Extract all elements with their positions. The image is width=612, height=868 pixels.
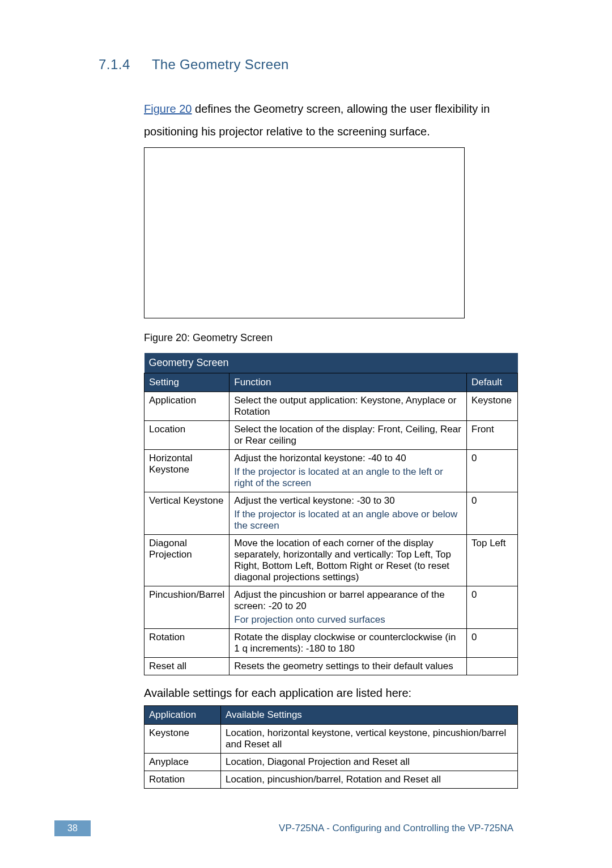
table-row: Anyplace Location, Diagonal Projection a…	[144, 754, 518, 771]
cell-default: 0	[467, 586, 518, 629]
table-header-setting: Setting	[144, 373, 230, 392]
cell-function: Adjust the vertical keystone: -30 to 30I…	[230, 492, 467, 535]
cell-function: Select the location of the display: Fron…	[230, 421, 467, 450]
geometry-settings-table: Geometry Screen Setting Function Default…	[144, 353, 518, 675]
available-intro: Available settings for each application …	[144, 687, 513, 700]
cell-function: Resets the geometry settings to their de…	[230, 658, 467, 675]
cell-setting: Horizontal Keystone	[144, 450, 230, 492]
page-footer: 38 VP-725NA - Configuring and Controllin…	[0, 820, 612, 836]
footer-title: VP-725NA - Configuring and Controlling t…	[279, 823, 513, 834]
table-header-application: Application	[144, 706, 221, 725]
cell-setting: Vertical Keystone	[144, 492, 230, 535]
heading-title: The Geometry Screen	[152, 57, 289, 73]
cell-available: Location, pincushion/barrel, Rotation an…	[221, 771, 518, 789]
cell-default: 0	[467, 629, 518, 658]
intro-paragraph: Figure 20 defines the Geometry screen, a…	[144, 97, 513, 143]
cell-setting: Location	[144, 421, 230, 450]
cell-default: 0	[467, 492, 518, 535]
table-header-default: Default	[467, 373, 518, 392]
page: 7.1.4 The Geometry Screen Figure 20 defi…	[0, 0, 612, 868]
table-row: Horizontal Keystone Adjust the horizonta…	[144, 450, 518, 492]
application-settings-table: Application Available Settings Keystone …	[144, 705, 518, 789]
cell-function: Adjust the horizontal keystone: -40 to 4…	[230, 450, 467, 492]
cell-available: Location, horizontal keystone, vertical …	[221, 725, 518, 754]
cell-app: Anyplace	[144, 754, 221, 771]
cell-default: Keystone	[467, 392, 518, 421]
cell-setting: Application	[144, 392, 230, 421]
table-row: Application Select the output applicatio…	[144, 392, 518, 421]
cell-default: 0	[467, 450, 518, 492]
cell-setting: Rotation	[144, 629, 230, 658]
cell-default: Front	[467, 421, 518, 450]
intro-text: defines the Geometry screen, allowing th…	[144, 103, 490, 138]
section-heading: 7.1.4 The Geometry Screen	[99, 57, 513, 73]
cell-note: For projection onto curved surfaces	[234, 614, 462, 626]
cell-note: If the projector is located at an angle …	[234, 509, 462, 531]
table-row: Rotation Location, pincushion/barrel, Ro…	[144, 771, 518, 789]
figure-link[interactable]: Figure 20	[144, 103, 192, 115]
cell-available: Location, Diagonal Projection and Reset …	[221, 754, 518, 771]
cell-function: Adjust the pincushion or barrel appearan…	[230, 586, 467, 629]
table-row: Vertical Keystone Adjust the vertical ke…	[144, 492, 518, 535]
table-row: Pincushion/Barrel Adjust the pincushion …	[144, 586, 518, 629]
table-row: Rotation Rotate the display clockwise or…	[144, 629, 518, 658]
cell-note: If the projector is located at an angle …	[234, 466, 462, 489]
cell-app: Keystone	[144, 725, 221, 754]
page-number: 38	[54, 820, 91, 836]
cell-setting: Diagonal Projection	[144, 535, 230, 586]
figure-placeholder	[144, 147, 465, 318]
table-header-function: Function	[230, 373, 467, 392]
table-title: Geometry Screen	[144, 353, 518, 373]
cell-setting: Pincushion/Barrel	[144, 586, 230, 629]
cell-default	[467, 658, 518, 675]
table-row: Keystone Location, horizontal keystone, …	[144, 725, 518, 754]
table-row: Diagonal Projection Move the location of…	[144, 535, 518, 586]
figure-caption: Figure 20: Geometry Screen	[144, 332, 513, 344]
cell-app: Rotation	[144, 771, 221, 789]
cell-function: Move the location of each corner of the …	[230, 535, 467, 586]
cell-function: Rotate the display clockwise or counterc…	[230, 629, 467, 658]
table-row: Location Select the location of the disp…	[144, 421, 518, 450]
heading-number: 7.1.4	[99, 57, 130, 73]
cell-function: Select the output application: Keystone,…	[230, 392, 467, 421]
table-row: Reset all Resets the geometry settings t…	[144, 658, 518, 675]
cell-setting: Reset all	[144, 658, 230, 675]
cell-default: Top Left	[467, 535, 518, 586]
table-header-available: Available Settings	[221, 706, 518, 725]
